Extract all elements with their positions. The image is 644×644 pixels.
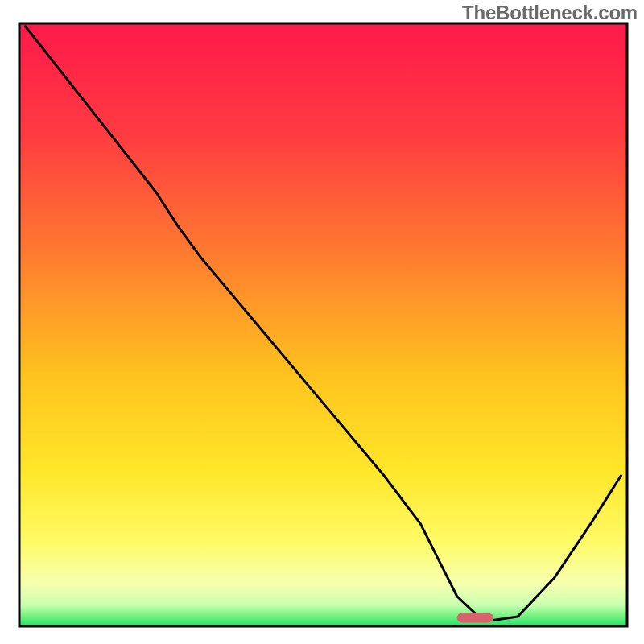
optimal-marker bbox=[457, 613, 493, 623]
chart-container: TheBottleneck.com bbox=[0, 0, 644, 644]
bottleneck-chart bbox=[0, 0, 644, 644]
plot-background bbox=[19, 23, 627, 626]
